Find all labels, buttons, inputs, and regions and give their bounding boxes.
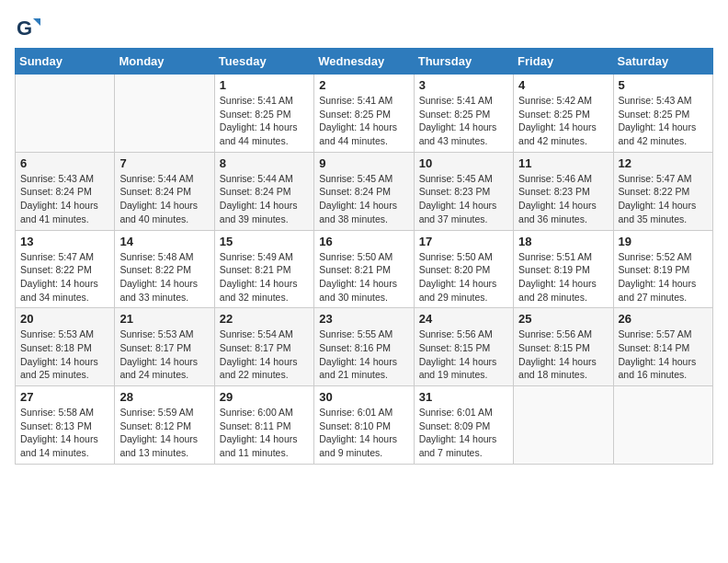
calendar-cell: 7Sunrise: 5:44 AMSunset: 8:24 PMDaylight… [115, 152, 214, 230]
cell-text: Sunset: 8:24 PM [319, 185, 408, 199]
cell-text: Daylight: 14 hours and 35 minutes. [619, 199, 708, 225]
calendar-cell: 5Sunrise: 5:43 AMSunset: 8:25 PMDaylight… [613, 75, 712, 153]
cell-text: Sunset: 8:21 PM [220, 263, 309, 277]
cell-text: Daylight: 14 hours and 25 minutes. [20, 355, 109, 382]
cell-text: Sunrise: 5:53 AM [119, 327, 209, 341]
day-number: 31 [419, 390, 508, 404]
cell-text: Sunset: 8:22 PM [119, 263, 209, 277]
calendar-cell: 14Sunrise: 5:48 AMSunset: 8:22 PMDayligh… [115, 230, 214, 308]
cell-text: Sunrise: 5:52 AM [619, 250, 708, 264]
cell-text: Sunrise: 5:51 AM [518, 250, 608, 264]
page-header: G [15, 15, 713, 40]
calendar-cell: 23Sunrise: 5:55 AMSunset: 8:16 PMDayligh… [314, 308, 414, 386]
cell-text: Daylight: 14 hours and 44 minutes. [319, 121, 408, 147]
calendar-cell: 4Sunrise: 5:42 AMSunset: 8:25 PMDaylight… [514, 75, 613, 153]
cell-text: Sunset: 8:25 PM [220, 108, 309, 121]
day-number: 22 [220, 312, 309, 326]
cell-text: Sunset: 8:19 PM [518, 263, 608, 277]
cell-text: Sunset: 8:18 PM [20, 341, 109, 355]
day-number: 16 [319, 235, 408, 248]
header-cell-saturday: Saturday [613, 49, 712, 75]
cell-text: Sunrise: 5:43 AM [20, 172, 109, 186]
calendar-cell: 18Sunrise: 5:51 AMSunset: 8:19 PMDayligh… [514, 230, 613, 308]
cell-text: Sunrise: 5:57 AM [619, 327, 708, 341]
calendar-cell: 25Sunrise: 5:56 AMSunset: 8:15 PMDayligh… [514, 308, 613, 386]
cell-text: Sunrise: 5:42 AM [518, 94, 608, 108]
logo-icon: G [15, 15, 40, 40]
day-number: 7 [119, 156, 209, 170]
cell-text: Daylight: 14 hours and 9 minutes. [319, 432, 408, 459]
cell-text: Sunset: 8:24 PM [119, 185, 209, 199]
day-number: 30 [319, 390, 408, 404]
calendar-cell [613, 386, 712, 465]
cell-text: Daylight: 14 hours and 7 minutes. [419, 432, 508, 459]
cell-text: Sunrise: 5:50 AM [419, 250, 508, 264]
cell-text: Sunrise: 5:41 AM [220, 94, 309, 108]
calendar-cell: 11Sunrise: 5:46 AMSunset: 8:23 PMDayligh… [514, 152, 613, 230]
calendar-cell: 16Sunrise: 5:50 AMSunset: 8:21 PMDayligh… [314, 230, 414, 308]
calendar-cell: 9Sunrise: 5:45 AMSunset: 8:24 PMDaylight… [314, 152, 414, 230]
cell-text: Sunset: 8:25 PM [319, 108, 408, 121]
cell-text: Sunset: 8:23 PM [518, 185, 608, 199]
cell-text: Sunrise: 6:01 AM [319, 406, 408, 419]
calendar-cell: 1Sunrise: 5:41 AMSunset: 8:25 PMDaylight… [214, 75, 313, 153]
cell-text: Sunrise: 6:01 AM [419, 406, 508, 419]
cell-text: Daylight: 14 hours and 30 minutes. [319, 277, 408, 304]
cell-text: Daylight: 14 hours and 24 minutes. [119, 355, 209, 382]
calendar-cell: 20Sunrise: 5:53 AMSunset: 8:18 PMDayligh… [16, 308, 115, 386]
cell-text: Daylight: 14 hours and 28 minutes. [518, 277, 608, 304]
day-number: 3 [419, 78, 508, 92]
header-cell-monday: Monday [115, 49, 214, 75]
day-number: 24 [419, 312, 508, 326]
cell-text: Sunset: 8:17 PM [220, 341, 309, 355]
calendar-cell [514, 386, 613, 465]
calendar-week-4: 20Sunrise: 5:53 AMSunset: 8:18 PMDayligh… [16, 308, 713, 386]
calendar-cell: 17Sunrise: 5:50 AMSunset: 8:20 PMDayligh… [414, 230, 513, 308]
cell-text: Sunset: 8:17 PM [119, 341, 209, 355]
calendar-cell: 31Sunrise: 6:01 AMSunset: 8:09 PMDayligh… [414, 386, 513, 465]
calendar-cell: 27Sunrise: 5:58 AMSunset: 8:13 PMDayligh… [16, 386, 115, 465]
svg-marker-1 [33, 18, 40, 26]
calendar-week-1: 1Sunrise: 5:41 AMSunset: 8:25 PMDaylight… [16, 75, 713, 153]
cell-text: Sunset: 8:12 PM [119, 419, 209, 433]
cell-text: Sunset: 8:22 PM [619, 185, 708, 199]
day-number: 25 [518, 312, 608, 326]
calendar-cell: 3Sunrise: 5:41 AMSunset: 8:25 PMDaylight… [414, 75, 513, 153]
cell-text: Sunset: 8:20 PM [419, 263, 508, 277]
cell-text: Sunrise: 5:41 AM [319, 94, 408, 108]
cell-text: Sunset: 8:19 PM [619, 263, 708, 277]
cell-text: Sunset: 8:21 PM [319, 263, 408, 277]
cell-text: Daylight: 14 hours and 39 minutes. [220, 199, 309, 225]
cell-text: Sunset: 8:15 PM [419, 341, 508, 355]
calendar-cell: 24Sunrise: 5:56 AMSunset: 8:15 PMDayligh… [414, 308, 513, 386]
cell-text: Daylight: 14 hours and 21 minutes. [319, 355, 408, 382]
cell-text: Daylight: 14 hours and 22 minutes. [220, 355, 309, 382]
cell-text: Daylight: 14 hours and 42 minutes. [619, 121, 708, 147]
cell-text: Daylight: 14 hours and 34 minutes. [20, 277, 109, 304]
cell-text: Sunset: 8:25 PM [619, 108, 708, 121]
cell-text: Daylight: 14 hours and 40 minutes. [119, 199, 209, 225]
cell-text: Sunset: 8:14 PM [619, 341, 708, 355]
day-number: 21 [119, 312, 209, 326]
calendar-cell: 30Sunrise: 6:01 AMSunset: 8:10 PMDayligh… [314, 386, 414, 465]
cell-text: Daylight: 14 hours and 14 minutes. [20, 432, 109, 459]
cell-text: Sunrise: 5:43 AM [619, 94, 708, 108]
day-number: 6 [20, 156, 109, 170]
cell-text: Sunset: 8:24 PM [20, 185, 109, 199]
cell-text: Daylight: 14 hours and 41 minutes. [20, 199, 109, 225]
header-cell-friday: Friday [514, 49, 613, 75]
day-number: 4 [518, 78, 608, 92]
cell-text: Sunset: 8:16 PM [319, 341, 408, 355]
cell-text: Sunrise: 5:47 AM [20, 250, 109, 264]
day-number: 5 [619, 78, 708, 92]
calendar-cell: 6Sunrise: 5:43 AMSunset: 8:24 PMDaylight… [16, 152, 115, 230]
calendar-cell: 29Sunrise: 6:00 AMSunset: 8:11 PMDayligh… [214, 386, 313, 465]
header-cell-tuesday: Tuesday [214, 49, 313, 75]
cell-text: Sunset: 8:11 PM [220, 419, 309, 433]
cell-text: Sunrise: 5:54 AM [220, 327, 309, 341]
cell-text: Sunrise: 5:46 AM [518, 172, 608, 186]
calendar-cell: 8Sunrise: 5:44 AMSunset: 8:24 PMDaylight… [214, 152, 313, 230]
day-number: 8 [220, 156, 309, 170]
calendar-week-5: 27Sunrise: 5:58 AMSunset: 8:13 PMDayligh… [16, 386, 713, 465]
day-number: 13 [20, 235, 109, 248]
